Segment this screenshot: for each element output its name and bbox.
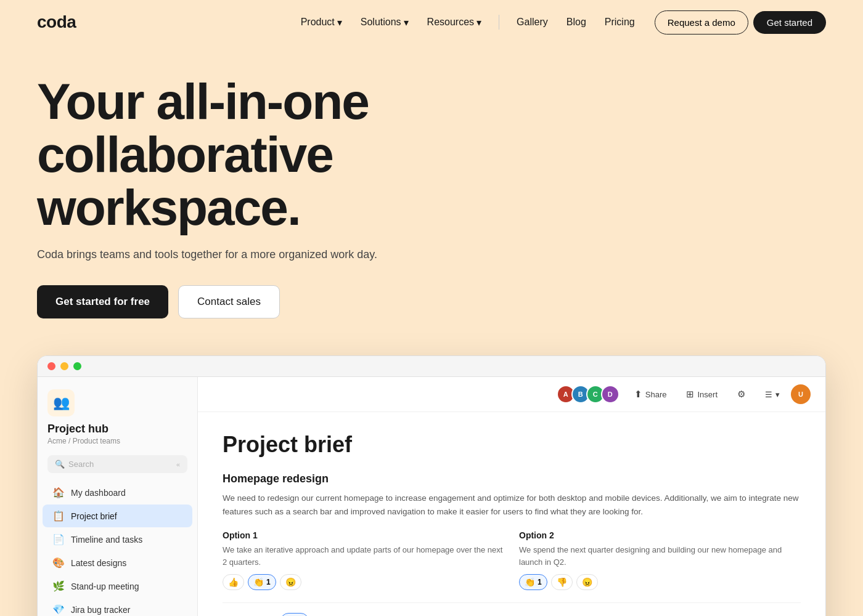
angry-icon: 😠 [285, 577, 296, 587]
sidebar: 👥 Project hub Acme / Product teams 🔍 Sea… [38, 377, 198, 616]
nav-product[interactable]: Product ▾ [293, 12, 350, 33]
section-title: Homepage redesign [223, 472, 801, 485]
get-started-nav-button[interactable]: Get started [753, 11, 826, 34]
option-2-clap-count: 1 [538, 578, 542, 586]
document-title: Project brief [223, 432, 801, 458]
nav-gallery[interactable]: Gallery [509, 12, 555, 33]
sidebar-header: 👥 Project hub Acme / Product teams [38, 389, 197, 455]
window-close-dot[interactable] [47, 362, 55, 370]
sidebar-item-label: Stand-up meeting [71, 582, 139, 591]
toolbar-avatars: A B C D [557, 385, 620, 403]
insert-icon: ⊞ [686, 389, 694, 400]
user-avatar[interactable]: U [791, 384, 811, 404]
nav-divider [499, 15, 499, 30]
option-1-clap-count: 1 [266, 578, 271, 586]
window-body: 👥 Project hub Acme / Product teams 🔍 Sea… [38, 377, 825, 616]
option-2-title: Option 2 [519, 530, 801, 540]
share-icon: ⬆ [634, 389, 642, 400]
option-1-reaction-angry[interactable]: 😠 [280, 574, 301, 590]
option-2-card: Option 2 We spend the next quarter desig… [519, 530, 801, 590]
contact-sales-button[interactable]: Contact sales [178, 285, 280, 318]
option-1-title: Option 1 [223, 530, 504, 540]
nav-solutions[interactable]: Solutions ▾ [353, 12, 416, 33]
done-reading-row: Done reading 🙌 1 [223, 613, 801, 616]
chevron-down-icon: ▾ [775, 390, 780, 399]
sidebar-item-my-dashboard[interactable]: 🏠My dashboard [43, 481, 192, 504]
avatar-4: D [601, 385, 620, 403]
hero-subtitle: Coda brings teams and tools together for… [37, 246, 407, 263]
gear-icon: ⚙ [737, 389, 745, 400]
sidebar-item-icon: 📄 [52, 533, 65, 545]
menu-icon: ☰ [765, 390, 772, 399]
navbar: coda Product ▾ Solutions ▾ Resources ▾ G… [0, 0, 863, 44]
nav-resources[interactable]: Resources ▾ [420, 12, 489, 33]
thumbsdown-icon: 👎 [557, 577, 567, 587]
nav-blog[interactable]: Blog [559, 12, 594, 33]
sidebar-item-icon: 🌿 [52, 580, 65, 592]
window-maximize-dot[interactable] [73, 362, 81, 370]
request-demo-button[interactable]: Request a demo [655, 10, 748, 34]
option-2-reaction-angry[interactable]: 😠 [576, 574, 598, 590]
separator [223, 602, 801, 603]
app-window-wrapper: 👥 Project hub Acme / Product teams 🔍 Sea… [0, 355, 863, 616]
hero-buttons: Get started for free Contact sales [37, 285, 826, 318]
section-text: We need to redesign our current homepage… [223, 492, 801, 518]
option-1-reactions: 👍 👏 1 😠 [223, 574, 504, 590]
window-minimize-dot[interactable] [60, 362, 68, 370]
share-button[interactable]: ⬆ Share [629, 386, 672, 403]
sidebar-item-stand-up-meeting[interactable]: 🌿Stand-up meeting [43, 575, 192, 598]
more-options-button[interactable]: ☰ ▾ [760, 387, 785, 402]
get-started-hero-button[interactable]: Get started for free [37, 285, 168, 318]
main-content: A B C D ⬆ Share ⊞ Insert ⚙ [198, 377, 825, 616]
chevron-down-icon: ▾ [337, 17, 342, 28]
option-2-text: We spend the next quarter designing and … [519, 544, 801, 568]
clap-icon: 👏 [253, 577, 264, 587]
sidebar-item-icon: 📋 [52, 510, 65, 522]
collapse-icon: « [176, 461, 180, 468]
sidebar-workspace-icon: 👥 [47, 389, 75, 416]
option-1-text: We take an iterative approach and update… [223, 544, 504, 568]
insert-button[interactable]: ⊞ Insert [681, 386, 722, 403]
main-toolbar: A B C D ⬆ Share ⊞ Insert ⚙ [198, 377, 825, 412]
option-2-reaction-clap[interactable]: 👏 1 [519, 574, 547, 590]
sidebar-item-project-brief[interactable]: 📋Project brief [43, 505, 192, 527]
search-placeholder: Search [68, 460, 94, 469]
sidebar-item-jira-bug-tracker[interactable]: 💎Jira bug tracker [43, 598, 192, 616]
sidebar-item-label: Timeline and tasks [71, 535, 142, 545]
app-window: 👥 Project hub Acme / Product teams 🔍 Sea… [37, 355, 826, 616]
sidebar-item-icon: 🎨 [52, 557, 65, 569]
option-1-reaction-thumbsup[interactable]: 👍 [223, 574, 244, 590]
thumbsup-icon: 👍 [228, 577, 239, 587]
chevron-down-icon: ▾ [404, 17, 409, 28]
main-body: Project brief Homepage redesign We need … [198, 412, 825, 616]
sidebar-item-label: My dashboard [71, 488, 126, 498]
hero-section: Your all-in-one collaborative workspace.… [0, 44, 863, 343]
done-reading-reaction[interactable]: 🙌 1 [280, 613, 309, 616]
sidebar-nav: 🏠My dashboard📋Project brief📄Timeline and… [38, 480, 197, 616]
hero-title: Your all-in-one collaborative workspace. [37, 75, 468, 234]
window-titlebar [38, 356, 825, 377]
nav-pricing[interactable]: Pricing [597, 12, 642, 33]
angry-icon: 😠 [582, 577, 592, 587]
option-1-reaction-clap[interactable]: 👏 1 [248, 574, 276, 590]
settings-button[interactable]: ⚙ [732, 386, 750, 403]
sidebar-item-label: Project brief [71, 511, 117, 521]
sidebar-breadcrumb: Acme / Product teams [47, 437, 187, 445]
option-1-card: Option 1 We take an iterative approach a… [223, 530, 504, 590]
sidebar-item-label: Latest designs [71, 558, 126, 568]
clap-icon: 👏 [525, 577, 535, 587]
sidebar-item-icon: 💎 [52, 604, 65, 615]
sidebar-search-box[interactable]: 🔍 Search « [47, 455, 187, 473]
sidebar-title: Project hub [47, 423, 187, 436]
sidebar-item-label: Jira bug tracker [71, 605, 130, 615]
sidebar-item-icon: 🏠 [52, 487, 65, 498]
option-2-reaction-thumbsdown[interactable]: 👎 [551, 574, 573, 590]
nav-links: Product ▾ Solutions ▾ Resources ▾ Galler… [293, 12, 642, 33]
sidebar-item-timeline-and-tasks[interactable]: 📄Timeline and tasks [43, 528, 192, 551]
sidebar-item-latest-designs[interactable]: 🎨Latest designs [43, 551, 192, 574]
logo[interactable]: coda [37, 12, 76, 32]
option-2-reactions: 👏 1 👎 😠 [519, 574, 801, 590]
options-grid: Option 1 We take an iterative approach a… [223, 530, 801, 590]
chevron-down-icon: ▾ [476, 17, 481, 28]
search-icon: 🔍 [55, 460, 65, 469]
